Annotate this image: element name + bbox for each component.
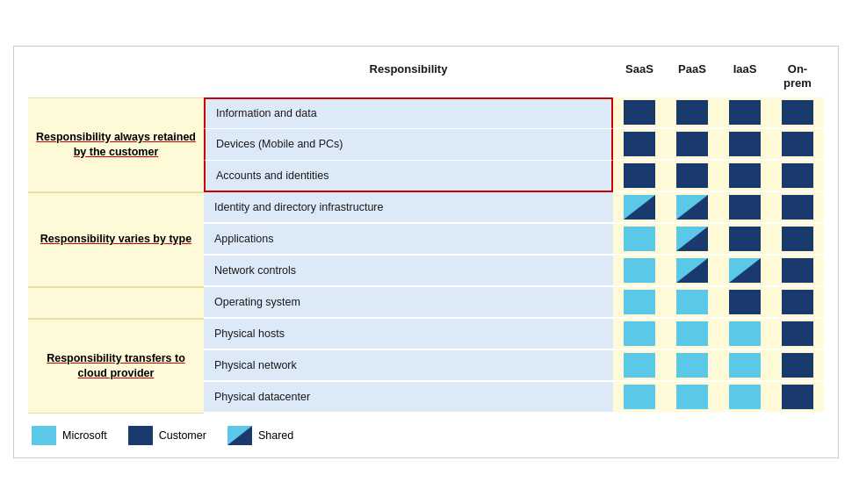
row-devices-saas [613, 129, 666, 161]
row-accounts-paas [666, 161, 718, 192]
header-responsibility-label: Responsibility [204, 59, 613, 97]
row-physical-hosts-label: Physical hosts [204, 319, 613, 350]
header-saas: SaaS [613, 59, 666, 97]
row-accounts-label: Accounts and identities [204, 161, 613, 192]
row-accounts-iaas [718, 161, 771, 192]
band-transfers: Responsibility transfers to cloud provid… [28, 319, 204, 414]
row-identity-label: Identity and directory infrastructure [204, 192, 613, 224]
band-transfers-label: Responsibility transfers to cloud provid… [35, 351, 197, 381]
row-os-onprem [771, 287, 824, 319]
row-network-saas [613, 256, 666, 287]
row-os-paas [666, 287, 718, 319]
row-information-paas [666, 97, 718, 129]
row-applications-label: Applications [204, 224, 613, 256]
row-os-saas [613, 287, 666, 319]
legend-microsoft-box [32, 426, 56, 445]
legend-customer-label: Customer [159, 429, 206, 442]
row-os-label: Operating system [204, 287, 613, 319]
legend-customer-box [128, 426, 153, 445]
row-network-onprem [771, 256, 824, 287]
legend-shared-box [227, 426, 252, 445]
row-physical-datacenter-onprem [771, 382, 824, 414]
row-os-iaas [718, 287, 771, 319]
legend-microsoft: Microsoft [32, 426, 107, 445]
row-physical-hosts-paas [666, 319, 718, 350]
legend-shared: Shared [227, 426, 293, 445]
band-os-spacer [28, 287, 204, 319]
row-information-saas [613, 97, 666, 129]
legend-customer: Customer [128, 426, 206, 445]
header-iaas: IaaS [718, 59, 771, 97]
row-applications-iaas [718, 224, 771, 256]
legend-microsoft-label: Microsoft [62, 429, 107, 442]
row-network-iaas [718, 256, 771, 287]
row-network-paas [666, 256, 718, 287]
row-information-label: Information and data [204, 97, 613, 129]
legend: Microsoft Customer Shared [28, 426, 824, 445]
row-identity-saas [613, 192, 666, 224]
row-physical-datacenter-label: Physical datacenter [204, 382, 613, 414]
row-network-label: Network controls [204, 256, 613, 287]
row-physical-network-iaas [718, 350, 771, 382]
band-varies-label: Responsibility varies by type [40, 232, 191, 247]
row-identity-onprem [771, 192, 824, 224]
row-physical-network-label: Physical network [204, 350, 613, 382]
band-varies: Responsibility varies by type [28, 192, 204, 287]
row-physical-datacenter-iaas [718, 382, 771, 414]
row-devices-label: Devices (Mobile and PCs) [204, 129, 613, 161]
row-identity-iaas [718, 192, 771, 224]
header-responsibility [28, 59, 204, 97]
row-physical-hosts-iaas [718, 319, 771, 350]
row-accounts-onprem [771, 161, 824, 192]
row-information-onprem [771, 97, 824, 129]
row-devices-onprem [771, 129, 824, 161]
row-devices-iaas [718, 129, 771, 161]
row-physical-network-paas [666, 350, 718, 382]
row-information-iaas [718, 97, 771, 129]
row-physical-network-saas [613, 350, 666, 382]
row-physical-datacenter-saas [613, 382, 666, 414]
row-identity-paas [666, 192, 718, 224]
row-devices-paas [666, 129, 718, 161]
legend-shared-label: Shared [258, 429, 293, 442]
band-always-label: Responsibility always retained by the cu… [35, 130, 197, 160]
row-physical-hosts-saas [613, 319, 666, 350]
row-physical-network-onprem [771, 350, 824, 382]
row-applications-paas [666, 224, 718, 256]
row-physical-hosts-onprem [771, 319, 824, 350]
row-physical-datacenter-paas [666, 382, 718, 414]
row-accounts-saas [613, 161, 666, 192]
main-grid: Responsibility SaaS PaaS IaaS On-prem Re… [28, 59, 824, 413]
header-paas: PaaS [666, 59, 718, 97]
header-onprem: On-prem [771, 59, 824, 97]
row-applications-saas [613, 224, 666, 256]
row-applications-onprem [771, 224, 824, 256]
band-always: Responsibility always retained by the cu… [28, 97, 204, 192]
chart-wrapper: Responsibility SaaS PaaS IaaS On-prem Re… [13, 46, 839, 457]
